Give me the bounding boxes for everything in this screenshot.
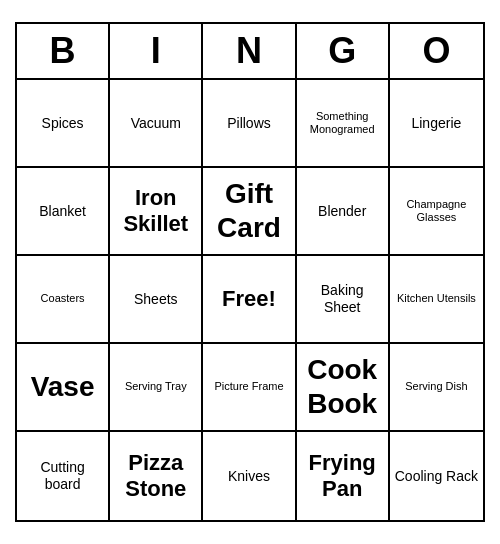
cell-text-16: Serving Tray <box>125 380 187 393</box>
bingo-cell-23: Frying Pan <box>297 432 390 520</box>
bingo-cell-4: Lingerie <box>390 80 483 168</box>
cell-text-14: Kitchen Utensils <box>397 292 476 305</box>
cell-text-10: Coasters <box>41 292 85 305</box>
bingo-cell-1: Vacuum <box>110 80 203 168</box>
bingo-cell-2: Pillows <box>203 80 296 168</box>
cell-text-5: Blanket <box>39 203 86 220</box>
bingo-cell-3: Something Monogramed <box>297 80 390 168</box>
cell-text-0: Spices <box>42 115 84 132</box>
bingo-cell-12: Free! <box>203 256 296 344</box>
bingo-header: BINGO <box>17 24 483 80</box>
bingo-card: BINGO SpicesVacuumPillowsSomething Monog… <box>15 22 485 522</box>
bingo-letter-I: I <box>110 24 203 78</box>
cell-text-6: Iron Skillet <box>114 185 197 238</box>
cell-text-20: Cutting board <box>21 459 104 493</box>
bingo-cell-9: Champagne Glasses <box>390 168 483 256</box>
cell-text-7: Gift Card <box>207 177 290 244</box>
bingo-cell-20: Cutting board <box>17 432 110 520</box>
bingo-grid: SpicesVacuumPillowsSomething MonogramedL… <box>17 80 483 520</box>
cell-text-22: Knives <box>228 468 270 485</box>
cell-text-13: Baking Sheet <box>301 282 384 316</box>
cell-text-15: Vase <box>31 370 95 404</box>
bingo-cell-18: Cook Book <box>297 344 390 432</box>
cell-text-3: Something Monogramed <box>301 110 384 136</box>
bingo-letter-G: G <box>297 24 390 78</box>
cell-text-8: Blender <box>318 203 366 220</box>
cell-text-23: Frying Pan <box>301 450 384 503</box>
bingo-cell-11: Sheets <box>110 256 203 344</box>
cell-text-17: Picture Frame <box>214 380 283 393</box>
bingo-cell-14: Kitchen Utensils <box>390 256 483 344</box>
bingo-cell-7: Gift Card <box>203 168 296 256</box>
cell-text-11: Sheets <box>134 291 178 308</box>
bingo-cell-24: Cooling Rack <box>390 432 483 520</box>
bingo-letter-O: O <box>390 24 483 78</box>
cell-text-24: Cooling Rack <box>395 468 478 485</box>
bingo-cell-5: Blanket <box>17 168 110 256</box>
cell-text-9: Champagne Glasses <box>394 198 479 224</box>
bingo-cell-19: Serving Dish <box>390 344 483 432</box>
bingo-cell-8: Blender <box>297 168 390 256</box>
cell-text-1: Vacuum <box>131 115 181 132</box>
bingo-cell-0: Spices <box>17 80 110 168</box>
bingo-cell-22: Knives <box>203 432 296 520</box>
cell-text-2: Pillows <box>227 115 271 132</box>
bingo-cell-13: Baking Sheet <box>297 256 390 344</box>
bingo-letter-N: N <box>203 24 296 78</box>
bingo-letter-B: B <box>17 24 110 78</box>
bingo-cell-16: Serving Tray <box>110 344 203 432</box>
cell-text-12: Free! <box>222 286 276 312</box>
bingo-cell-10: Coasters <box>17 256 110 344</box>
cell-text-21: Pizza Stone <box>114 450 197 503</box>
cell-text-4: Lingerie <box>411 115 461 132</box>
bingo-cell-6: Iron Skillet <box>110 168 203 256</box>
bingo-cell-17: Picture Frame <box>203 344 296 432</box>
bingo-cell-21: Pizza Stone <box>110 432 203 520</box>
cell-text-19: Serving Dish <box>405 380 467 393</box>
bingo-cell-15: Vase <box>17 344 110 432</box>
cell-text-18: Cook Book <box>301 353 384 420</box>
